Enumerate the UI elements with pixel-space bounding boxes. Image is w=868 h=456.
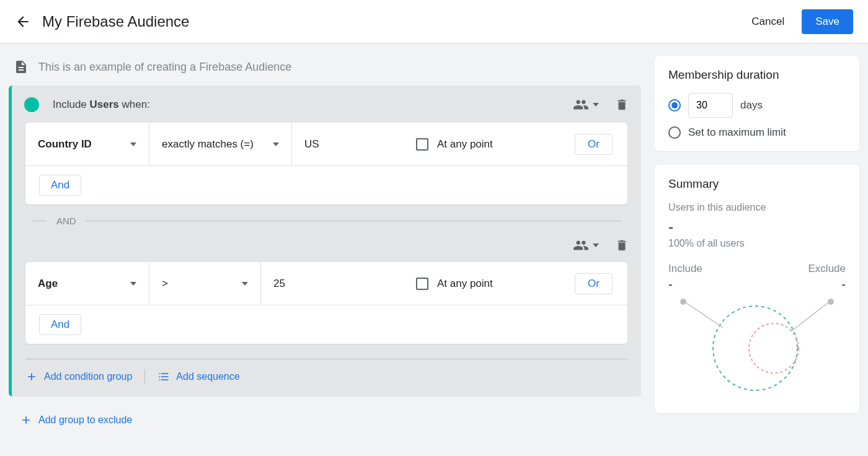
svg-point-0 xyxy=(713,306,797,390)
add-condition-group-label: Add condition group xyxy=(44,371,132,382)
page-title: My Firebase Audience xyxy=(42,13,751,30)
or-cell: Or xyxy=(575,134,627,155)
add-actions-row: Add condition group Add sequence xyxy=(12,359,641,397)
venn-values: - - xyxy=(668,278,846,292)
add-sequence-link[interactable]: Add sequence xyxy=(157,370,239,383)
anypoint-checkbox[interactable] xyxy=(416,278,428,290)
include-value: - xyxy=(668,278,673,292)
value-input[interactable]: US xyxy=(292,123,404,165)
max-limit-option: Set to maximum limit xyxy=(668,126,846,139)
anypoint-checkbox[interactable] xyxy=(416,138,428,151)
condition-row: Age > 25 At any point Or xyxy=(25,262,627,305)
exclude-label: Exclude xyxy=(808,263,846,275)
group-actions xyxy=(573,97,629,113)
chevron-down-icon xyxy=(593,103,599,107)
or-cell: Or xyxy=(575,273,627,294)
content-area: This is an example of creating a Firebas… xyxy=(0,43,868,456)
value-text: 25 xyxy=(273,278,285,290)
dimension-select[interactable]: Age xyxy=(25,262,149,305)
save-button[interactable]: Save xyxy=(802,9,853,34)
anypoint-label: At any point xyxy=(437,278,493,290)
scope-dropdown[interactable] xyxy=(573,97,599,113)
summary-card: Summary Users in this audience - 100% of… xyxy=(655,165,859,413)
summary-title: Summary xyxy=(668,177,846,191)
dimension-select[interactable]: Country ID xyxy=(25,123,149,165)
dimension-label: Age xyxy=(38,278,58,290)
svg-line-5 xyxy=(791,303,828,331)
condition-card: Age > 25 At any point Or xyxy=(25,262,627,344)
include-group: Include Users when: Country ID xyxy=(9,86,641,397)
include-bold: Users xyxy=(90,99,119,110)
separator-line xyxy=(32,221,46,221)
left-panel: This is an example of creating a Firebas… xyxy=(9,56,641,456)
vertical-divider xyxy=(144,369,145,384)
description-text[interactable]: This is an example of creating a Firebas… xyxy=(38,61,291,74)
summary-percentage: 100% of all users xyxy=(668,238,846,249)
summary-subtitle: Users in this audience xyxy=(668,202,846,213)
scope-dropdown[interactable] xyxy=(573,237,599,253)
description-icon xyxy=(14,59,29,74)
chevron-down-icon xyxy=(130,142,136,146)
or-button[interactable]: Or xyxy=(575,134,613,155)
plus-icon xyxy=(25,370,38,383)
operator-label: > xyxy=(162,278,168,290)
group-title: Include Users when: xyxy=(53,99,573,111)
group-header: Include Users when: xyxy=(12,86,641,123)
chevron-down-icon xyxy=(593,243,599,247)
include-prefix: Include xyxy=(53,99,90,110)
and-button[interactable]: And xyxy=(39,175,81,196)
venn-labels: Include Exclude xyxy=(668,263,846,275)
right-panel: Membership duration days Set to maximum … xyxy=(655,56,859,456)
or-button[interactable]: Or xyxy=(575,273,613,294)
venn-svg xyxy=(668,296,846,401)
anypoint-cell: At any point xyxy=(404,262,575,305)
trash-icon xyxy=(615,98,629,112)
duration-radio[interactable] xyxy=(668,99,681,112)
condition-row: Country ID exactly matches (=) US At any… xyxy=(25,123,627,166)
delete-group-button[interactable] xyxy=(615,98,629,112)
duration-input[interactable] xyxy=(688,93,733,118)
header-bar: My Firebase Audience Cancel Save xyxy=(0,0,868,43)
group-actions xyxy=(573,237,629,253)
exclude-value: - xyxy=(841,278,846,292)
chevron-down-icon xyxy=(242,282,248,286)
group-indicator-dot xyxy=(24,97,39,112)
sequence-icon xyxy=(157,370,170,383)
svg-point-4 xyxy=(828,299,834,305)
add-sequence-label: Add sequence xyxy=(176,371,239,382)
and-row: And xyxy=(25,305,627,344)
separator-line xyxy=(86,221,621,221)
and-row: And xyxy=(25,166,627,204)
membership-card: Membership duration days Set to maximum … xyxy=(655,56,859,151)
add-condition-group-link[interactable]: Add condition group xyxy=(25,370,132,383)
cancel-button[interactable]: Cancel xyxy=(751,15,784,28)
operator-select[interactable]: > xyxy=(149,262,261,305)
delete-group-button[interactable] xyxy=(615,239,629,252)
membership-title: Membership duration xyxy=(668,68,846,82)
duration-option: days xyxy=(668,93,846,118)
value-input[interactable]: 25 xyxy=(261,262,404,305)
arrow-left-icon xyxy=(15,14,31,30)
summary-users-count: - xyxy=(668,218,846,235)
svg-line-3 xyxy=(686,303,723,328)
add-exclude-group-link[interactable]: Add group to exclude xyxy=(9,397,641,426)
value-text: US xyxy=(304,138,319,151)
dimension-label: Country ID xyxy=(38,138,92,151)
separator-label: AND xyxy=(56,216,76,226)
people-icon xyxy=(573,97,589,113)
description-row: This is an example of creating a Firebas… xyxy=(9,56,641,86)
and-button[interactable]: And xyxy=(39,314,81,335)
trash-icon xyxy=(615,239,629,252)
chevron-down-icon xyxy=(130,282,136,286)
days-label: days xyxy=(740,99,763,112)
condition-card: Country ID exactly matches (=) US At any… xyxy=(25,123,627,204)
plus-icon xyxy=(20,414,32,426)
max-limit-radio[interactable] xyxy=(668,126,681,139)
chevron-down-icon xyxy=(273,142,279,146)
operator-select[interactable]: exactly matches (=) xyxy=(149,123,292,165)
group-separator: AND xyxy=(12,204,641,237)
people-icon xyxy=(573,237,589,253)
add-exclude-group-label: Add group to exclude xyxy=(38,414,132,426)
back-button[interactable] xyxy=(15,14,31,30)
anypoint-cell: At any point xyxy=(404,123,575,165)
